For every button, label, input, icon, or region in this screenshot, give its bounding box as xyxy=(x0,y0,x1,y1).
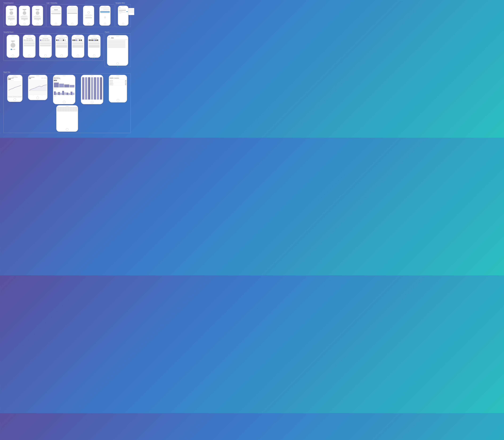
error-btn[interactable] xyxy=(85,17,92,18)
nav-phone-1: ‹ xyxy=(118,6,128,26)
setup-phone-3: ✕ Choose a report type xyxy=(39,35,52,58)
proj-tab-back[interactable]: ‹ Back xyxy=(108,37,110,38)
report-phone-5-wrapper: Mixpanel Project 2 Viewed Report → Recei… xyxy=(108,75,128,102)
nav-item-5[interactable] xyxy=(119,12,126,13)
nav-ext-3[interactable] xyxy=(129,11,134,11)
dt-row-5 xyxy=(57,110,77,110)
setup-label: Setup/Add Report xyxy=(3,31,104,33)
report-create-btn-5[interactable] xyxy=(72,47,83,47)
login-phone-1-wrapper: mixpanel xyxy=(50,6,62,26)
filter-unique[interactable] xyxy=(44,78,47,78)
nav-item-1[interactable] xyxy=(119,9,126,9)
report-add-btn-2[interactable] xyxy=(24,45,35,46)
proj-item-2[interactable] xyxy=(108,41,125,41)
report-phone-4 xyxy=(81,75,103,104)
proj-item-4[interactable] xyxy=(108,42,125,43)
report-add-btn-6[interactable] xyxy=(89,45,100,46)
nav-ext-4[interactable] xyxy=(129,11,134,12)
setup-screen-6: ✕ Choose a report type xyxy=(88,36,100,54)
bar-chart-labels: Apr 1 Apr 8 Apr 15 Apr 22 Apr 29 xyxy=(54,95,75,96)
report-2-title: This is a great event xyxy=(29,77,47,78)
login-field-5[interactable] xyxy=(67,12,77,12)
hamburger-icon[interactable] xyxy=(8,77,9,77)
report-chart-2 xyxy=(29,80,47,95)
proj-item-3[interactable] xyxy=(108,42,125,42)
nav-back-text[interactable]: ‹ xyxy=(121,8,121,8)
login-btn-1[interactable] xyxy=(51,13,61,14)
choose-event-area xyxy=(24,42,35,45)
dots-3 xyxy=(37,10,39,11)
avatar-1 xyxy=(10,11,13,15)
nav-toggle[interactable] xyxy=(126,11,128,12)
setup-phone-1-wrapper: mixpanel xyxy=(6,35,20,58)
nav-item-6[interactable] xyxy=(119,13,121,14)
setup-header-2 xyxy=(24,37,35,38)
login-btn-4[interactable] xyxy=(100,12,110,12)
report-add-btn-4[interactable] xyxy=(56,45,67,46)
login-field-2[interactable] xyxy=(51,12,61,13)
filter-day[interactable] xyxy=(41,78,43,78)
setup-screen-4: ✕ Choose a report type xyxy=(56,36,68,54)
dt-row-6 xyxy=(57,110,77,110)
nav-ext-5[interactable] xyxy=(129,12,134,13)
nav-ext-1[interactable] xyxy=(129,9,134,9)
login-btn-2[interactable] xyxy=(67,13,77,14)
retention-header: Mixpanel Project 2 xyxy=(109,77,126,77)
choose-event-area-4 xyxy=(56,42,67,45)
proj-tab-projects[interactable]: Projects xyxy=(111,37,114,38)
login-screen-1: mixpanel xyxy=(51,7,61,22)
connection-svg xyxy=(5,58,102,59)
proj-item-9[interactable] xyxy=(108,46,125,46)
proj-item-11[interactable] xyxy=(108,47,125,48)
setup-phone-5: ✕ Choose a report type xyxy=(72,35,84,58)
login-alt-btn[interactable] xyxy=(100,13,110,14)
bar-chart-4 xyxy=(81,77,103,100)
tutorial-phone-3-wrapper: mixpanel xyxy=(31,6,44,26)
proj-item-7[interactable] xyxy=(108,44,125,45)
login-field-1[interactable] xyxy=(51,11,61,11)
tutorial-phones-row: mixpanel xyxy=(5,6,44,26)
dt-header xyxy=(57,107,77,108)
choose-report-label-3: Choose a report type xyxy=(40,38,51,39)
report-type-grid-4 xyxy=(56,40,67,41)
setup-header-6: ✕ xyxy=(89,37,100,38)
login-field-pass[interactable] xyxy=(100,10,110,11)
text-lines-1 xyxy=(8,15,15,18)
tutorial-phone-2: mixpanel xyxy=(19,6,30,26)
setup-screen-3: ✕ Choose a report type xyxy=(40,36,52,54)
nav-ext-2[interactable] xyxy=(129,10,134,10)
setup-header-4: ✕ xyxy=(56,37,67,38)
login-field-4[interactable] xyxy=(67,10,77,11)
projects-phone: ‹ Back Projects xyxy=(107,35,128,66)
retention-7d-label: 7 Day Retention xyxy=(109,82,113,82)
nav-item-2[interactable] xyxy=(119,10,126,10)
avatar-3 xyxy=(36,11,39,15)
report-add-btn-5[interactable] xyxy=(72,45,83,46)
setup-phone-1: mixpanel xyxy=(7,35,19,58)
setup-phone-5-wrapper: ✕ Choose a report type xyxy=(71,35,85,58)
mp-logo-2: mixpanel xyxy=(23,9,26,10)
setup-mp-logo: mixpanel xyxy=(11,41,15,41)
proj-item-10[interactable] xyxy=(108,47,125,47)
setup-phone-4-wrapper: ✕ Choose a report type xyxy=(55,35,68,58)
loading-spinner xyxy=(100,14,110,22)
proj-item-5[interactable] xyxy=(108,43,125,44)
login-section: Login / Onboarding mixpanel xyxy=(47,2,114,29)
proj-item-1[interactable] xyxy=(108,40,125,41)
report-box: Mixpanel Project 1 This is a great event… xyxy=(3,73,131,133)
hist-trends-label: Historical Trends xyxy=(54,88,75,89)
nav-menu-screen: ‹ xyxy=(118,7,128,22)
data-table-screen xyxy=(57,107,78,128)
report-add-btn-3[interactable] xyxy=(40,45,51,46)
proj-item-6[interactable] xyxy=(108,44,125,44)
report-type-grid-3 xyxy=(40,40,51,41)
dots-1 xyxy=(11,10,12,11)
setup-screen-2: Choose a report type xyxy=(23,36,35,54)
nav-item-3[interactable] xyxy=(119,11,126,11)
proj-item-8[interactable] xyxy=(108,45,125,46)
login-field-3[interactable] xyxy=(67,9,77,10)
report-create-btn-4[interactable] xyxy=(56,47,67,47)
report-create-btn-6[interactable] xyxy=(89,47,100,47)
proj-search-bar[interactable] xyxy=(108,39,127,40)
login-screen-2: ✕ xyxy=(67,7,78,22)
